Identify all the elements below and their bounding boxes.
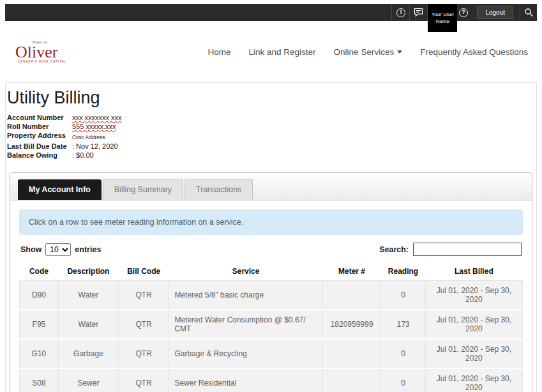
notification-icon: ! xyxy=(396,8,405,17)
cell-bill-code: QTR xyxy=(118,339,169,368)
column-header-last-billed[interactable]: Last Billed xyxy=(425,262,522,281)
column-header-code[interactable]: Code xyxy=(20,262,59,281)
show-entries-group: Show 10 entries xyxy=(20,243,101,256)
cell-reading: 0 xyxy=(381,368,426,392)
panel-body: Click on a row to see meter reading info… xyxy=(10,200,532,392)
column-header-service[interactable]: Service xyxy=(169,262,322,281)
cell-meter xyxy=(322,281,380,310)
cell-code: G10 xyxy=(20,339,59,368)
cell-description: Garbage xyxy=(58,339,118,368)
column-header-description[interactable]: Description xyxy=(58,262,118,281)
cell-service: Garbage & Recycling xyxy=(169,339,322,368)
field-value: 555 xxxxx.xxx xyxy=(72,122,116,131)
field-label: Balance Owing xyxy=(7,151,72,160)
cell-reading: 173 xyxy=(381,310,426,339)
field-value: Civic Address xyxy=(72,131,105,142)
cell-reading: 0 xyxy=(381,281,426,310)
tab-strip: My Account Info Billing Summary Transact… xyxy=(10,173,532,200)
field-property-address: Property Address Civic Address xyxy=(7,131,536,142)
cell-service: Metered 5/8" basic charge xyxy=(169,281,322,310)
cell-bill-code: QTR xyxy=(118,281,169,310)
field-account-number: Account Number xxx xxxxxxx xxx xyxy=(7,113,536,122)
field-balance-owing: Balance Owing : $0.00 xyxy=(7,151,536,160)
cell-code: D90 xyxy=(20,281,59,310)
table-row[interactable]: S08 Sewer QTR Sewer Residential 0 Jul 01… xyxy=(20,368,523,392)
messages-button[interactable] xyxy=(410,4,427,21)
tab-my-account-info[interactable]: My Account Info xyxy=(18,179,102,200)
cell-code: S08 xyxy=(20,368,59,392)
logo-tagline: CANADA'S WINE CAPITAL xyxy=(18,61,66,64)
main-content: Utility Billing Account Number xxx xxxxx… xyxy=(5,82,537,392)
help-icon: ? xyxy=(459,8,468,17)
nav-item-faq[interactable]: Frequently Asked Questions xyxy=(420,47,528,57)
field-value: : $0.00 xyxy=(72,151,94,160)
account-panel: My Account Info Billing Summary Transact… xyxy=(10,172,532,392)
nav-item-link-and-register[interactable]: Link and Register xyxy=(249,47,316,57)
page-title: Utility Billing xyxy=(7,88,536,108)
cell-meter xyxy=(322,339,380,368)
notification-button[interactable]: ! xyxy=(392,4,409,21)
help-button[interactable]: ? xyxy=(455,4,472,21)
chat-icon xyxy=(414,8,424,17)
table-header-row: Code Description Bill Code Service Meter… xyxy=(20,262,523,281)
user-menu[interactable]: Your User Name xyxy=(428,4,457,32)
field-label: Account Number xyxy=(7,113,72,122)
nav-item-home[interactable]: Home xyxy=(208,47,231,57)
show-label: Show xyxy=(20,245,41,254)
user-name-label: Your User Name xyxy=(429,11,456,25)
cell-service: Sewer Residential xyxy=(169,368,322,392)
entries-label: entries xyxy=(75,245,101,254)
cell-last-billed: Jul 01, 2020 - Sep 30, 2020 xyxy=(425,281,522,310)
field-label: Property Address xyxy=(7,131,72,142)
site-logo[interactable]: Town of Oliver CANADA'S WINE CAPITAL xyxy=(15,40,66,64)
info-alert: Click on a row to see meter reading info… xyxy=(19,209,523,235)
column-header-meter[interactable]: Meter # xyxy=(322,262,380,281)
table-row[interactable]: G10 Garbage QTR Garbage & Recycling 0 Ju… xyxy=(20,339,523,368)
cell-service: Metered Water Consumption @ $0.67/ CMT xyxy=(169,310,322,339)
table-row[interactable]: F95 Water QTR Metered Water Consumption … xyxy=(20,310,523,339)
nav-item-online-services[interactable]: Online Services xyxy=(334,47,403,57)
cell-bill-code: QTR xyxy=(118,310,169,339)
account-fields: Account Number xxx xxxxxxx xxx Roll Numb… xyxy=(7,113,536,160)
field-label: Roll Number xyxy=(7,122,72,131)
services-table: Code Description Bill Code Service Meter… xyxy=(19,262,523,392)
search-label: Search: xyxy=(379,245,409,254)
cell-last-billed: Jul 01, 2020 - Sep 30, 2020 xyxy=(425,310,522,339)
logout-button[interactable]: Logout xyxy=(477,6,513,19)
cell-last-billed: Jul 01, 2020 - Sep 30, 2020 xyxy=(425,368,522,392)
cell-description: Water xyxy=(58,281,118,310)
cell-code: F95 xyxy=(20,310,59,339)
column-header-bill-code[interactable]: Bill Code xyxy=(118,262,169,281)
cell-bill-code: QTR xyxy=(118,368,169,392)
main-nav: Home Link and Register Online Services F… xyxy=(208,47,528,57)
tab-billing-summary[interactable]: Billing Summary xyxy=(103,179,183,200)
cell-meter xyxy=(322,368,380,392)
field-roll-number: Roll Number 555 xxxxx.xxx xyxy=(7,122,536,131)
logo-name: Oliver xyxy=(15,44,66,61)
field-last-bill-due-date: Last Bill Due Date : Nov 12, 2020 xyxy=(7,142,536,151)
column-header-reading[interactable]: Reading xyxy=(381,262,426,281)
table-row[interactable]: D90 Water QTR Metered 5/8" basic charge … xyxy=(20,281,523,310)
cell-reading: 0 xyxy=(381,339,426,368)
search-group: Search: xyxy=(379,243,522,256)
field-value: : Nov 12, 2020 xyxy=(72,142,118,151)
cell-last-billed: Jul 01, 2020 - Sep 30, 2020 xyxy=(425,339,522,368)
field-label: Last Bill Due Date xyxy=(7,142,72,151)
page: ! Your User Name ? Logout Town xyxy=(0,0,542,392)
search-button[interactable] xyxy=(520,4,537,21)
cell-meter: 1820959999 xyxy=(322,310,380,339)
chevron-down-icon xyxy=(397,50,402,54)
search-icon xyxy=(524,8,534,17)
search-input[interactable] xyxy=(413,243,522,256)
nav-item-online-services-label: Online Services xyxy=(334,47,395,57)
page-size-select[interactable]: 10 xyxy=(45,243,71,256)
topbar: ! Your User Name ? Logout xyxy=(5,4,537,21)
cell-description: Water xyxy=(58,310,118,339)
field-value: xxx xxxxxxx xxx xyxy=(72,113,122,122)
table-controls: Show 10 entries Search: xyxy=(20,243,522,256)
cell-description: Sewer xyxy=(58,368,118,392)
tab-transactions[interactable]: Transactions xyxy=(184,179,253,200)
